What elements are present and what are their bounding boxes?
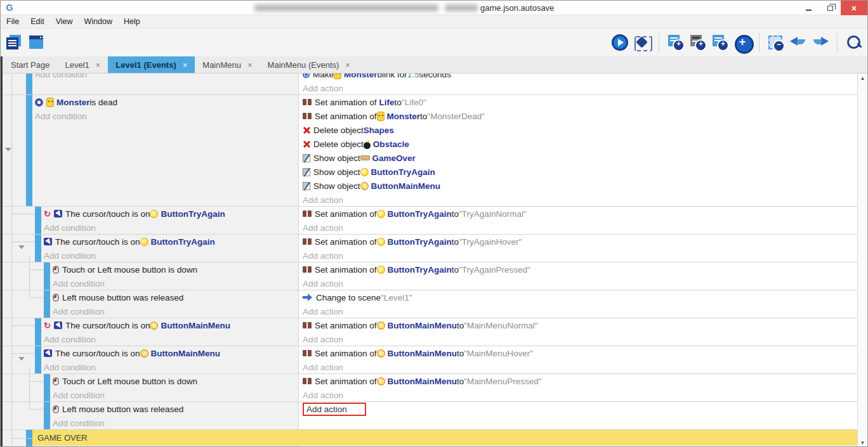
- actions-cell[interactable]: Set animation of ButtonTryAgain to "TryA…: [299, 207, 857, 234]
- add-link[interactable]: Add action: [303, 223, 343, 233]
- action[interactable]: Show object ButtonTryAgain: [303, 165, 857, 179]
- add-condition-link[interactable]: Add condition: [53, 276, 298, 290]
- search-icon[interactable]: [846, 34, 862, 51]
- add-link[interactable]: Add condition: [44, 363, 96, 372]
- action[interactable]: Show object GameOver: [303, 151, 857, 165]
- condition[interactable]: ↻The cursor/touch is on ButtonMainMenu: [44, 318, 298, 332]
- condition[interactable]: The cursor/touch is on ButtonMainMenu: [44, 346, 298, 360]
- add-condition-link[interactable]: Add condition: [53, 304, 298, 318]
- conditions-cell[interactable]: Touch or Left mouse button is downAdd co…: [1, 374, 299, 401]
- action[interactable]: Set animation of Monster to "MonsterDead…: [303, 109, 857, 123]
- tab-mainmenu[interactable]: MainMenu×: [195, 56, 260, 73]
- conditions-cell[interactable]: Left mouse button was releasedAdd condit…: [1, 290, 299, 318]
- menu-file[interactable]: File: [1, 15, 25, 29]
- add-link[interactable]: Add condition: [53, 418, 105, 428]
- tab-level1[interactable]: Level1×: [57, 56, 108, 73]
- action[interactable]: Set animation of ButtonMainMenu to "Main…: [303, 346, 857, 360]
- menu-view[interactable]: View: [50, 15, 79, 29]
- condition[interactable]: Touch or Left mouse button is down: [53, 374, 298, 388]
- comment-row[interactable]: GAME OVER: [1, 430, 857, 446]
- add-condition-link[interactable]: Add condition: [53, 388, 298, 402]
- action[interactable]: Set animation of ButtonMainMenu to "Main…: [303, 318, 857, 332]
- actions-cell[interactable]: Set animation of ButtonMainMenu to "Main…: [299, 374, 857, 401]
- tab-mainmenu-events[interactable]: MainMenu (Events)×: [260, 56, 358, 73]
- add-action-link[interactable]: Add action: [303, 276, 857, 290]
- actions-cell[interactable]: Set animation of ButtonMainMenu to "Main…: [299, 346, 857, 373]
- add-action-link[interactable]: Add action: [303, 249, 857, 262]
- action[interactable]: [303, 416, 857, 430]
- event-handle[interactable]: [44, 402, 50, 429]
- actions-cell[interactable]: Set animation of ButtonTryAgain to "TryA…: [299, 262, 857, 290]
- add-link[interactable]: Add condition: [53, 279, 105, 288]
- collapse-arrow-icon[interactable]: [5, 148, 11, 152]
- add-action-link[interactable]: Add action: [303, 193, 857, 207]
- add-condition-link[interactable]: Add condition: [44, 221, 298, 235]
- add-action-link[interactable]: Add action: [303, 402, 857, 416]
- action[interactable]: Show object ButtonMainMenu: [303, 179, 857, 193]
- conditions-cell[interactable]: Monster is deadAdd condition: [1, 95, 299, 206]
- add-link[interactable]: Add condition: [44, 251, 96, 261]
- event-handle[interactable]: [44, 262, 50, 290]
- add-link[interactable]: Add action: [303, 251, 343, 261]
- add-action-link[interactable]: Add action: [303, 360, 857, 374]
- menu-edit[interactable]: Edit: [25, 15, 50, 29]
- condition[interactable]: Left mouse button was released: [53, 290, 298, 304]
- event-handle[interactable]: [35, 207, 41, 234]
- delete-select-icon[interactable]: [768, 34, 784, 51]
- actions-cell[interactable]: Set animation of ButtonTryAgain to "TryA…: [299, 235, 857, 262]
- condition[interactable]: Left mouse button was released: [53, 402, 298, 416]
- restore-button[interactable]: [819, 1, 841, 15]
- add-link[interactable]: Add action: [303, 279, 343, 288]
- vertical-scrollbar[interactable]: ▲ ▼: [857, 74, 867, 447]
- conditions-cell[interactable]: ↻The cursor/touch is on ButtonMainMenuAd…: [1, 318, 299, 346]
- add-link[interactable]: Add condition: [35, 74, 87, 79]
- condition[interactable]: ↻The cursor/touch is on ButtonTryAgain: [44, 207, 298, 221]
- action[interactable]: Set animation of ButtonTryAgain to "TryA…: [303, 207, 857, 221]
- conditions-cell[interactable]: ↻The cursor/touch is on ButtonTryAgainAd…: [1, 207, 299, 234]
- tab-level1-events[interactable]: Level1 (Events)×: [108, 56, 195, 73]
- tab-close-icon[interactable]: ×: [183, 60, 188, 70]
- add-action-highlighted[interactable]: Add action: [303, 403, 366, 416]
- conditions-cell[interactable]: The cursor/touch is on ButtonMainMenuAdd…: [1, 346, 299, 373]
- action[interactable]: Delete object Shapes: [303, 123, 857, 137]
- add-link[interactable]: Add action: [303, 195, 343, 205]
- add-link[interactable]: Add action: [303, 335, 343, 344]
- add-link[interactable]: Add action: [303, 391, 343, 400]
- close-button[interactable]: ×: [841, 1, 867, 15]
- scroll-up-icon[interactable]: ▲: [860, 74, 865, 83]
- minimize-button[interactable]: [798, 1, 819, 15]
- actions-cell[interactable]: Make Monster blink for 1.5 secondsAdd ac…: [299, 74, 857, 94]
- action[interactable]: Change to scene "Level1": [303, 290, 857, 304]
- play-icon[interactable]: [612, 34, 628, 51]
- event-handle[interactable]: [26, 74, 32, 94]
- event-handle[interactable]: [35, 235, 41, 262]
- add-action-link[interactable]: Add action: [303, 332, 857, 346]
- action[interactable]: Set animation of ButtonTryAgain to "TryA…: [303, 262, 857, 276]
- add-link[interactable]: Add condition: [35, 112, 87, 121]
- conditions-cell[interactable]: The cursor/touch is on ButtonTryAgainAdd…: [1, 235, 299, 262]
- tab-close-icon[interactable]: ×: [247, 60, 253, 70]
- action[interactable]: Delete object Obstacle: [303, 137, 857, 151]
- actions-cell[interactable]: Change to scene "Level1"Add action: [299, 290, 857, 318]
- actions-cell[interactable]: Set animation of Life to "Life0"Set anim…: [299, 95, 857, 206]
- add-action-link[interactable]: Add action: [303, 388, 857, 402]
- tab-close-icon[interactable]: ×: [345, 60, 350, 70]
- project-manager-icon[interactable]: [6, 34, 22, 51]
- condition[interactable]: The cursor/touch is on ButtonTryAgain: [44, 235, 298, 249]
- conditions-cell[interactable]: Left mouse button was releasedAdd condit…: [1, 402, 299, 429]
- collapse-arrow-icon[interactable]: [18, 357, 25, 361]
- undo-icon[interactable]: [790, 34, 806, 51]
- add-link[interactable]: Add action: [303, 307, 343, 316]
- tab-close-icon[interactable]: ×: [96, 60, 101, 70]
- event-handle[interactable]: [35, 346, 41, 373]
- add-link[interactable]: Add condition: [44, 335, 96, 344]
- conditions-cell[interactable]: Add condition: [1, 74, 299, 94]
- menu-window[interactable]: Window: [79, 15, 118, 29]
- action[interactable]: Set animation of Life to "Life0": [303, 95, 857, 109]
- add-event-icon[interactable]: [667, 34, 684, 51]
- condition[interactable]: Monster is dead: [35, 95, 298, 109]
- add-condition-link[interactable]: Add condition: [44, 249, 298, 262]
- actions-cell[interactable]: Set animation of ButtonMainMenu to "Main…: [299, 318, 857, 346]
- add-link[interactable]: Add action: [303, 363, 343, 372]
- add-condition-link[interactable]: Add condition: [44, 332, 298, 346]
